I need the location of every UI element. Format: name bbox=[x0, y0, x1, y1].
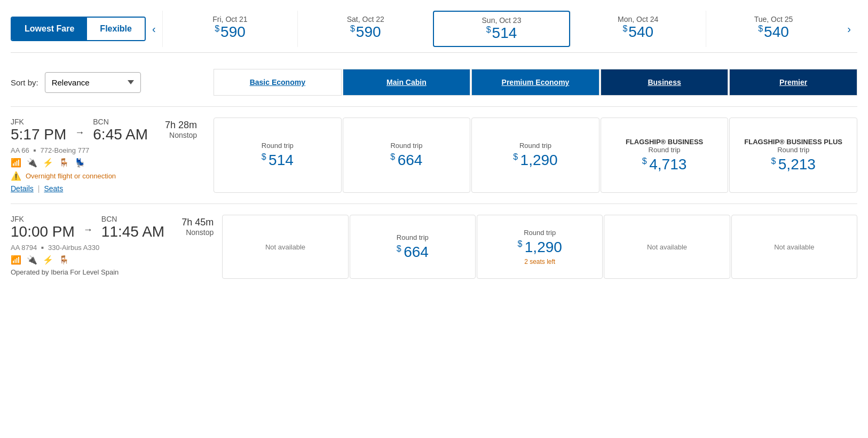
price-card[interactable]: Round trip $ 664 bbox=[350, 215, 476, 279]
date-price: $540 bbox=[579, 24, 697, 41]
sort-label: Sort by: bbox=[11, 78, 38, 87]
wifi-icon: 📶 bbox=[11, 158, 21, 168]
date-col[interactable]: Fri, Oct 21 $590 bbox=[162, 11, 298, 47]
round-trip-label: Round trip bbox=[390, 142, 422, 150]
flagship-title: FLAGSHIP® BUSINESS bbox=[626, 138, 703, 146]
cabin-tab[interactable]: Basic Economy bbox=[214, 69, 342, 96]
cabin-tab[interactable]: Premium Economy bbox=[471, 69, 599, 96]
amenity-icons: 📶🔌⚡🪑💺 bbox=[11, 158, 205, 168]
date-label: Mon, Oct 24 bbox=[579, 15, 697, 24]
duration: 7h 45m bbox=[182, 217, 214, 228]
cabin-tab[interactable]: Business bbox=[601, 69, 729, 96]
usb-icon: ⚡ bbox=[43, 158, 53, 168]
flight-details: AA 66 ■ 772-Boeing 777 bbox=[11, 146, 205, 154]
prev-date-button[interactable]: ‹ bbox=[146, 23, 162, 35]
price-amount: $ 1,290 bbox=[517, 239, 562, 256]
arrow-icon: → bbox=[83, 224, 93, 236]
date-col[interactable]: Mon, Oct 24 $540 bbox=[570, 11, 706, 47]
price-amount: $ 5,213 bbox=[771, 156, 815, 173]
price-amount: $ 664 bbox=[390, 152, 422, 169]
price-card[interactable]: Round trip $ 514 bbox=[214, 118, 342, 193]
price-card[interactable]: Round trip $ 1,290 2 seats left bbox=[477, 215, 603, 279]
fare-type-buttons: Lowest Fare Flexible bbox=[11, 17, 146, 41]
price-card[interactable]: Round trip $ 1,290 bbox=[471, 118, 599, 193]
origin-code: JFK bbox=[11, 215, 75, 223]
date-col[interactable]: Tue, Oct 25 $540 bbox=[706, 11, 841, 47]
power-icon: 🔌 bbox=[27, 255, 37, 265]
arrive-time: 11:45 AM bbox=[101, 223, 164, 240]
dest-code: BCN bbox=[93, 118, 148, 126]
price-cards: Not available Round trip $ 664 Round tri… bbox=[222, 215, 857, 279]
price-card-unavailable: Not available bbox=[604, 215, 730, 279]
not-available-text: Not available bbox=[647, 243, 687, 251]
seat-icon: 🪑 bbox=[59, 158, 69, 168]
warning-icon: ⚠️ bbox=[11, 171, 21, 181]
seats-link[interactable]: Seats bbox=[44, 184, 63, 193]
date-price: $540 bbox=[715, 24, 833, 41]
warning-text: Overnight flight or connection bbox=[26, 172, 116, 180]
price-card-flagship[interactable]: FLAGSHIP® BUSINESS Round trip $ 4,713 bbox=[601, 118, 729, 193]
cabin-tab[interactable]: Premier bbox=[729, 69, 857, 96]
links-row: Details | Seats bbox=[11, 184, 205, 193]
seat-icon: 🪑 bbox=[59, 255, 69, 265]
stops: Nonstop bbox=[165, 131, 197, 139]
price-card[interactable]: Round trip $ 664 bbox=[343, 118, 471, 193]
round-trip-label: Round trip bbox=[262, 142, 294, 150]
round-trip-label: Round trip bbox=[397, 233, 429, 241]
warning-row: ⚠️ Overnight flight or connection bbox=[11, 171, 205, 181]
price-amount: $ 4,713 bbox=[642, 156, 686, 173]
date-col[interactable]: Sat, Oct 22 $590 bbox=[297, 11, 433, 47]
depart-time: 5:17 PM bbox=[11, 126, 66, 143]
lowest-fare-button[interactable]: Lowest Fare bbox=[12, 18, 87, 40]
flight-row: JFK 5:17 PM → BCN 6:45 AM 7h 28m Nonstop… bbox=[11, 106, 857, 204]
fare-bar: Lowest Fare Flexible ‹ Fri, Oct 21 $590 … bbox=[11, 11, 857, 53]
aircraft-type: 330-Airbus A330 bbox=[48, 244, 99, 252]
cabin-tabs: Basic EconomyMain CabinPremium EconomyBu… bbox=[214, 69, 857, 96]
sort-cabin-row: Sort by: Relevance Price Duration Basic … bbox=[11, 69, 857, 96]
stops: Nonstop bbox=[182, 228, 214, 237]
price-card-flagship[interactable]: FLAGSHIP® BUSINESS PLUS Round trip $ 5,2… bbox=[729, 118, 857, 193]
date-label: Sat, Oct 22 bbox=[306, 15, 424, 24]
seats-left: 2 seats left bbox=[524, 258, 555, 265]
depart-time: 10:00 PM bbox=[11, 223, 75, 240]
date-label: Fri, Oct 21 bbox=[171, 15, 289, 24]
date-label: Tue, Oct 25 bbox=[715, 15, 833, 24]
operated-by: Operated by Iberia For Level Spain bbox=[11, 268, 214, 276]
details-link[interactable]: Details bbox=[11, 184, 34, 193]
cabin-tab[interactable]: Main Cabin bbox=[343, 69, 471, 96]
arrow-icon: → bbox=[75, 127, 84, 138]
round-trip-label: Round trip bbox=[519, 142, 551, 150]
flexible-button[interactable]: Flexible bbox=[87, 18, 145, 40]
flight-info: JFK 5:17 PM → BCN 6:45 AM 7h 28m Nonstop… bbox=[11, 118, 214, 193]
next-date-button[interactable]: › bbox=[841, 23, 857, 35]
flight-details: AA 8794 ■ 330-Airbus A330 bbox=[11, 244, 214, 252]
price-card-unavailable: Not available bbox=[731, 215, 857, 279]
flights-list: JFK 5:17 PM → BCN 6:45 AM 7h 28m Nonstop… bbox=[11, 106, 857, 290]
usb-icon: ⚡ bbox=[43, 255, 53, 265]
origin-code: JFK bbox=[11, 118, 66, 126]
date-price: $590 bbox=[171, 24, 289, 41]
amenity-icons: 📶🔌⚡🪑 bbox=[11, 255, 214, 265]
flagship-title: FLAGSHIP® BUSINESS PLUS bbox=[744, 138, 842, 146]
sort-section: Sort by: Relevance Price Duration bbox=[11, 72, 214, 93]
page-wrapper: Lowest Fare Flexible ‹ Fri, Oct 21 $590 … bbox=[0, 0, 868, 300]
price-amount: $ 1,290 bbox=[513, 152, 557, 169]
seat2-icon: 💺 bbox=[75, 158, 85, 168]
date-col[interactable]: Sun, Oct 23 $514 bbox=[433, 11, 570, 47]
date-label: Sun, Oct 23 bbox=[443, 16, 561, 25]
duration: 7h 28m bbox=[165, 120, 197, 131]
date-price: $514 bbox=[443, 25, 561, 42]
wifi-icon: 📶 bbox=[11, 255, 21, 265]
date-price: $590 bbox=[306, 24, 424, 41]
flight-info: JFK 10:00 PM → BCN 11:45 AM 7h 45m Nonst… bbox=[11, 215, 222, 279]
not-available-text: Not available bbox=[265, 243, 305, 251]
not-available-text: Not available bbox=[774, 243, 814, 251]
round-trip-label: Round trip bbox=[777, 146, 809, 154]
round-trip-label: Round trip bbox=[524, 229, 556, 237]
power-icon: 🔌 bbox=[27, 158, 37, 168]
price-amount: $ 514 bbox=[262, 152, 294, 169]
sort-select[interactable]: Relevance Price Duration bbox=[45, 72, 141, 93]
price-card-unavailable: Not available bbox=[222, 215, 348, 279]
price-amount: $ 664 bbox=[397, 244, 429, 261]
round-trip-label: Round trip bbox=[649, 146, 681, 154]
